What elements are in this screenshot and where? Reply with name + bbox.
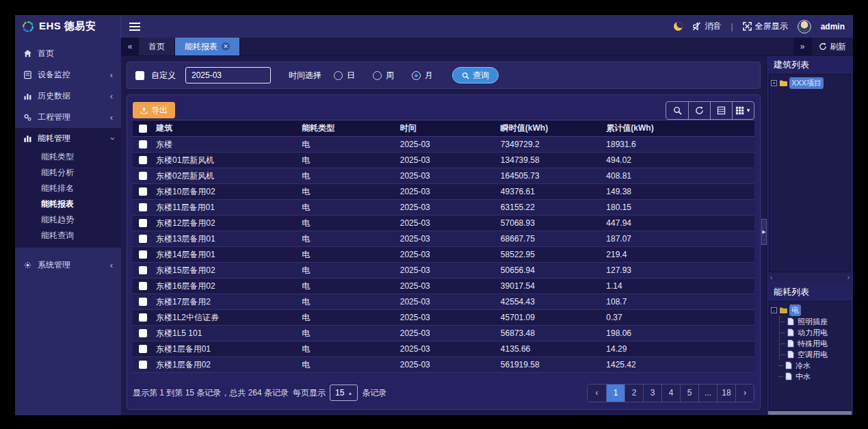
radio-month[interactable]: 月 [412, 70, 433, 81]
column-header[interactable]: 建筑 [153, 122, 299, 134]
close-icon[interactable]: ✕ [222, 42, 230, 51]
expand-plus-icon[interactable]: + [771, 80, 777, 86]
user-avatar[interactable] [798, 20, 811, 34]
row-checkbox[interactable] [139, 203, 147, 211]
building-tree-hscrollbar[interactable]: ‹ › [769, 272, 851, 282]
refresh-tab-button[interactable]: 刷新 [811, 38, 853, 55]
table-row[interactable]: 东楼10层备用02电2025-0349376.61149.38 [133, 184, 754, 200]
row-checkbox[interactable] [139, 172, 147, 180]
page-prev-button[interactable]: ‹ [588, 385, 606, 402]
row-checkbox[interactable] [139, 156, 147, 164]
page-button-18[interactable]: 18 [717, 385, 735, 402]
sidebar-item-device-monitor[interactable]: 设备监控 ‹ [15, 64, 121, 86]
row-checkbox[interactable] [139, 282, 147, 290]
table-row[interactable]: 东楼17层备用2电2025-0342554.43108.7 [133, 294, 754, 310]
sidebar-group-energy: 能耗管理 ‹ 能耗类型 能耗分析 能耗排名 能耗报表 能耗趋势 能耗查询 [15, 128, 121, 248]
row-checkbox[interactable] [139, 361, 147, 369]
sidebar-item-system-mgmt[interactable]: 系统管理 ‹ [15, 255, 121, 276]
sidebar-item-energy-query[interactable]: 能耗查询 [15, 228, 121, 244]
row-checkbox[interactable] [139, 187, 147, 196]
column-header[interactable]: 时间 [397, 122, 498, 134]
hamburger-icon[interactable] [129, 23, 143, 31]
row-checkbox[interactable] [139, 345, 147, 353]
row-checkbox[interactable] [139, 219, 147, 227]
row-checkbox[interactable] [139, 250, 147, 259]
refresh-icon[interactable] [688, 102, 710, 119]
table-row[interactable]: 东楼1层备用02电2025-03561919.581425.42 [133, 357, 754, 373]
table-row[interactable]: 东楼1L2中信证券电2025-0345701.090.37 [133, 310, 754, 326]
table-row[interactable]: 东楼11层备用01电2025-0363155.22180.15 [133, 200, 754, 216]
table-row[interactable]: 东楼02层新风机电2025-03164505.73408.81 [133, 168, 754, 184]
tree-node-project[interactable]: + XXX项目 [771, 77, 849, 89]
column-header[interactable]: 瞬时值(kWh) [498, 122, 603, 134]
custom-checkbox[interactable] [135, 71, 144, 80]
scroll-left-icon[interactable]: ‹ [770, 274, 772, 281]
tabs-scroll-right-icon[interactable]: » [793, 38, 811, 55]
table-row[interactable]: 东楼14层备用01电2025-0358522.95219.4 [133, 247, 754, 263]
table-row[interactable]: 东楼15层备用02电2025-0350656.94127.93 [133, 263, 754, 278]
page-ellipsis[interactable]: ... [698, 385, 717, 402]
toggle-view-icon[interactable] [710, 102, 732, 119]
fullscreen-button[interactable]: 全屏显示 [743, 21, 788, 32]
radio-icon [373, 71, 382, 80]
column-header[interactable]: 累计值(kWh) [603, 122, 754, 134]
sidebar-item-history-data[interactable]: 历史数据 ‹ [15, 86, 121, 107]
tree-node-动力用电[interactable]: 动力用电 [781, 327, 849, 338]
radio-week[interactable]: 周 [373, 70, 394, 81]
table-row[interactable]: 东楼电2025-037349729.218931.6 [133, 137, 754, 153]
row-checkbox[interactable] [139, 140, 147, 148]
row-checkbox[interactable] [139, 266, 147, 274]
row-checkbox[interactable] [139, 235, 147, 243]
mute-button[interactable]: 消音 [692, 21, 722, 32]
table-row[interactable]: 东楼1层备用01电2025-034135.6614.29 [133, 341, 754, 357]
table-row[interactable]: 东楼01层新风机电2025-03134739.58494.02 [133, 153, 754, 168]
table-row[interactable]: 东楼12层备用02电2025-0357068.93447.94 [133, 216, 754, 231]
per-page-select[interactable]: 15 ▲ [330, 385, 358, 401]
page-button-2[interactable]: 2 [624, 385, 643, 402]
energy-tree-hscrollbar-thumb[interactable] [768, 411, 852, 415]
sidebar-item-energy-trend[interactable]: 能耗趋势 [15, 212, 121, 228]
row-checkbox[interactable] [139, 298, 147, 306]
tabs-scroll-left-icon[interactable]: « [121, 38, 139, 55]
tree-node-冷水[interactable]: 冷水 [779, 360, 849, 371]
sidebar-item-project-mgmt[interactable]: 工程管理 ‹ [15, 107, 121, 128]
table-row[interactable]: 东楼16层备用02电2025-0339017.541.14 [133, 278, 754, 294]
sidebar-item-energy-type[interactable]: 能耗类型 [15, 149, 121, 165]
sidebar-item-energy-analysis[interactable]: 能耗分析 [15, 165, 121, 181]
sidebar-item-energy-ranking[interactable]: 能耗排名 [15, 181, 121, 196]
page-button-1[interactable]: 1 [606, 385, 624, 402]
collapse-minus-icon[interactable]: - [771, 307, 777, 313]
page-next-button[interactable]: › [735, 385, 754, 402]
table-row[interactable]: 东楼1L5 101电2025-0356873.48198.06 [133, 326, 754, 341]
chevron-left-icon: ‹ [110, 113, 113, 122]
sidebar-item-home[interactable]: 首页 [15, 43, 121, 64]
radio-day[interactable]: 日 [334, 70, 355, 81]
tab-home[interactable]: 首页 [139, 38, 175, 55]
query-button[interactable]: 查询 [452, 67, 499, 83]
moon-icon[interactable] [674, 22, 683, 31]
page-button-5[interactable]: 5 [680, 385, 698, 402]
tree-node-空调用电[interactable]: 空调用电 [781, 349, 849, 360]
sidebar-item-energy-report[interactable]: 能耗报表 [15, 196, 121, 212]
file-icon [785, 361, 792, 369]
columns-icon[interactable]: ▼ [732, 102, 754, 119]
select-all-checkbox[interactable] [139, 125, 147, 133]
column-header[interactable]: 能耗类型 [299, 122, 397, 134]
export-button[interactable]: 导出 [133, 102, 175, 118]
page-button-3[interactable]: 3 [643, 385, 661, 402]
tree-node-中水[interactable]: 中水 [779, 371, 849, 382]
table-row[interactable]: 东楼13层备用01电2025-0368667.75187.07 [133, 231, 754, 247]
time-cell: 2025-03 [397, 313, 498, 322]
sidebar-item-energy-mgmt[interactable]: 能耗管理 ‹ [15, 128, 121, 149]
tab-energy-report[interactable]: 能耗报表 ✕ [175, 38, 240, 55]
panel-collapse-handle[interactable]: ▶ [761, 219, 767, 245]
tree-node-照明插座[interactable]: 照明插座 [781, 316, 849, 327]
date-input[interactable] [185, 67, 271, 83]
search-icon[interactable] [666, 102, 688, 119]
row-checkbox[interactable] [139, 313, 147, 322]
tree-node-特殊用电[interactable]: 特殊用电 [781, 338, 849, 349]
scroll-right-icon[interactable]: › [847, 274, 850, 281]
page-button-4[interactable]: 4 [661, 385, 680, 402]
row-checkbox[interactable] [139, 329, 147, 337]
tree-node-electric[interactable]: - 电 [771, 304, 849, 316]
